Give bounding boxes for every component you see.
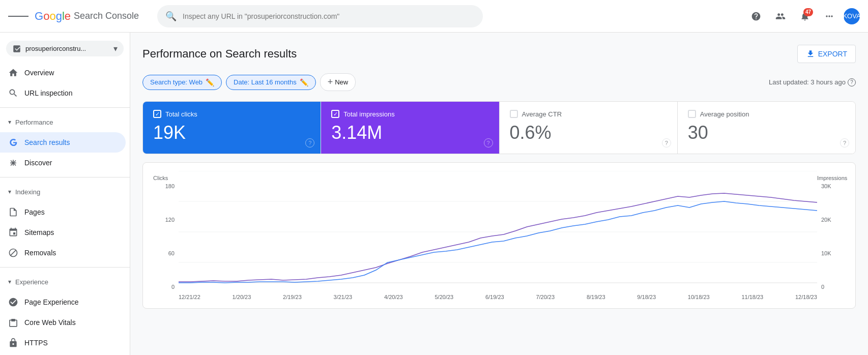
- x-label: 11/18/23: [741, 294, 763, 300]
- sidebar-item-pages[interactable]: Pages: [0, 202, 126, 222]
- x-label: 7/20/23: [536, 294, 555, 300]
- clicks-checkbox[interactable]: [153, 110, 161, 118]
- divider: [0, 177, 130, 178]
- impressions-checkbox[interactable]: [331, 110, 339, 118]
- metric-cards: Total clicks 19K ? Total impressions 3.1…: [142, 101, 856, 154]
- help-icon[interactable]: [746, 6, 766, 26]
- x-label: 9/18/23: [637, 294, 656, 300]
- metric-label: Average CTR: [522, 110, 562, 118]
- sidebar-item-removals[interactable]: Removals: [0, 243, 126, 263]
- search-type-label: Search type: Web: [150, 78, 202, 86]
- help-icon[interactable]: ?: [305, 138, 314, 147]
- page-title: Performance on Search results: [142, 47, 797, 61]
- search-icon: [8, 88, 18, 98]
- sidebar-item-discover[interactable]: Discover: [0, 153, 126, 173]
- chevron-icon: ▾: [8, 278, 11, 285]
- new-label: New: [335, 78, 348, 86]
- metric-label: Average position: [700, 110, 749, 118]
- metric-avg-ctr[interactable]: Average CTR 0.6% ?: [500, 102, 678, 154]
- y-right-value: 0: [821, 284, 845, 290]
- removals-icon: [8, 248, 18, 258]
- sidebar-item-label: Core Web Vitals: [24, 318, 76, 327]
- sidebar-item-core-web-vitals[interactable]: Core Web Vitals: [0, 312, 126, 333]
- metric-total-clicks[interactable]: Total clicks 19K ?: [143, 102, 321, 154]
- apps-icon[interactable]: [819, 6, 840, 26]
- last-updated: Last updated: 3 hours ago ?: [769, 78, 856, 86]
- menu-button[interactable]: [8, 6, 28, 26]
- section-label: Performance: [15, 119, 53, 126]
- info-icon: ?: [848, 78, 856, 86]
- help-icon[interactable]: ?: [662, 138, 671, 147]
- plus-icon: +: [328, 77, 333, 87]
- sidebar-item-page-experience[interactable]: Page Experience: [0, 292, 126, 312]
- notification-count: 47: [803, 8, 813, 16]
- metric-label: Total clicks: [165, 110, 197, 118]
- date-label: Date: Last 16 months: [234, 78, 297, 86]
- sidebar-item-label: Sitemaps: [24, 228, 54, 236]
- ctr-checkbox[interactable]: [510, 110, 518, 118]
- metric-label: Total impressions: [343, 110, 394, 118]
- chevron-icon: ▾: [8, 119, 11, 126]
- x-label: 1/20/23: [233, 294, 251, 300]
- x-label: 10/18/23: [688, 294, 710, 300]
- export-label: EXPORT: [818, 50, 847, 58]
- url-search-bar[interactable]: 🔍: [157, 5, 483, 27]
- new-filter-button[interactable]: + New: [320, 73, 356, 91]
- section-label: Experience: [15, 278, 48, 286]
- y-right-value: 20K: [821, 217, 845, 223]
- chevron-icon: ▾: [8, 188, 11, 195]
- search-type-filter[interactable]: Search type: Web ✏️: [142, 75, 222, 90]
- filters-bar: Search type: Web ✏️ Date: Last 16 months…: [142, 73, 856, 91]
- sidebar-item-sitemaps[interactable]: Sitemaps: [0, 222, 126, 243]
- sidebar: prosuperiorconstru... ▾ Overview URL ins…: [0, 33, 130, 355]
- sitemaps-icon: [8, 227, 18, 238]
- y-axis-right: Impressions 30K 20K 10K 0: [817, 171, 845, 300]
- performance-chart: Clicks 180 120 60 0: [142, 162, 856, 309]
- property-name: prosuperiorconstru...: [25, 45, 109, 52]
- y-left-value: 60: [153, 250, 175, 256]
- divider: [0, 107, 130, 108]
- y-right-value: 10K: [821, 250, 845, 256]
- help-icon[interactable]: ?: [484, 138, 493, 147]
- sidebar-section-performance[interactable]: ▾ Performance: [0, 112, 130, 132]
- sidebar-item-label: Discover: [24, 159, 52, 167]
- main-content: Performance on Search results EXPORT Sea…: [130, 33, 868, 355]
- top-navigation: Google Search Console 🔍 47 KOVA: [0, 0, 868, 33]
- y-left-value: 0: [153, 284, 175, 290]
- notifications-icon[interactable]: 47: [795, 6, 815, 26]
- logo: Google Search Console: [35, 10, 139, 23]
- date-filter[interactable]: Date: Last 16 months ✏️: [226, 75, 316, 90]
- sidebar-item-label: Pages: [24, 208, 45, 216]
- x-label: 12/21/22: [179, 294, 200, 300]
- sidebar-item-label: HTTPS: [24, 339, 48, 347]
- y-right-value: 30K: [821, 183, 845, 189]
- y-axis-left-label: Clicks: [153, 175, 179, 181]
- home-icon: [8, 68, 18, 78]
- export-button[interactable]: EXPORT: [797, 45, 856, 63]
- google-icon: [8, 137, 18, 147]
- metric-total-impressions[interactable]: Total impressions 3.14M ?: [321, 102, 499, 154]
- x-label: 4/20/23: [384, 294, 403, 300]
- sidebar-item-label: Overview: [24, 69, 54, 77]
- sidebar-item-https[interactable]: HTTPS: [0, 333, 126, 353]
- x-label: 6/19/23: [485, 294, 504, 300]
- chevron-down-icon: ▾: [113, 44, 118, 53]
- help-icon[interactable]: ?: [840, 138, 849, 147]
- sidebar-section-indexing[interactable]: ▾ Indexing: [0, 182, 130, 202]
- property-selector[interactable]: prosuperiorconstru... ▾: [6, 41, 124, 56]
- experience-icon: [8, 297, 18, 307]
- sidebar-item-label: URL inspection: [24, 89, 72, 97]
- metric-avg-position[interactable]: Average position 30 ?: [678, 102, 855, 154]
- edit-icon: ✏️: [206, 78, 214, 86]
- sidebar-item-overview[interactable]: Overview: [0, 63, 126, 83]
- sidebar-item-url-inspection[interactable]: URL inspection: [0, 83, 126, 103]
- position-checkbox[interactable]: [688, 110, 696, 118]
- sidebar-section-experience[interactable]: ▾ Experience: [0, 272, 130, 292]
- url-search-input[interactable]: [183, 12, 475, 20]
- page-header: Performance on Search results EXPORT: [142, 45, 856, 63]
- sidebar-item-search-results[interactable]: Search results: [0, 132, 126, 153]
- asterisk-icon: [8, 158, 18, 168]
- avatar[interactable]: KOVA: [844, 8, 860, 24]
- users-icon[interactable]: [770, 6, 791, 26]
- x-label: 2/19/23: [283, 294, 302, 300]
